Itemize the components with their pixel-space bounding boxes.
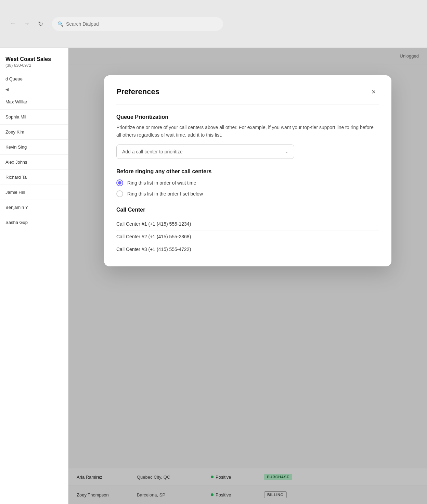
call-center-row: Call Center #2 (+1 (415) 555-2368) <box>116 230 379 243</box>
search-input[interactable] <box>66 21 218 27</box>
contact-list: Max Williar Sophia Mil Zoey Kim Kevin Si… <box>0 94 68 504</box>
browser-chrome: ← → ↻ 🔍 <box>0 0 427 48</box>
contact-item[interactable]: Sasha Gup <box>0 215 68 230</box>
queue-section-title: Queue Prioritization <box>116 114 379 120</box>
radio-inner-dot <box>118 181 121 185</box>
main-content: Unlogged Aria Ramirez Quebec City, QC Po… <box>68 48 427 504</box>
refresh-button[interactable]: ↻ <box>36 19 45 29</box>
radio-wait-time[interactable]: Ring this list in order of wait time <box>116 179 379 186</box>
call-center-section: Call Center Call Center #1 (+1 (415) 555… <box>116 207 379 255</box>
queue-nav-item[interactable]: ◀ <box>0 84 68 94</box>
app-subtitle: (38) 630-0972 <box>5 63 63 68</box>
queue-label: d Queue <box>0 72 68 84</box>
contact-item[interactable]: Zoey Kim <box>0 125 68 140</box>
radio-circle-unselected <box>116 190 123 197</box>
radio-circle-selected <box>116 179 123 186</box>
back-button[interactable]: ← <box>8 19 18 29</box>
contact-item[interactable]: Max Williar <box>0 94 68 110</box>
call-center-row: Call Center #1 (+1 (415) 555-1234) <box>116 218 379 230</box>
contact-item[interactable]: Kevin Sing <box>0 140 68 155</box>
contact-item[interactable]: Jamie Hill <box>0 185 68 200</box>
ring-order-section: Before ringing any other call centers Ri… <box>116 168 379 197</box>
close-button[interactable]: × <box>368 86 379 97</box>
contact-item[interactable]: Sophia Mil <box>0 110 68 125</box>
forward-button[interactable]: → <box>22 19 31 29</box>
left-panel: West Coast Sales (38) 630-0972 d Queue ◀… <box>0 48 68 504</box>
app-title: West Coast Sales <box>5 56 63 62</box>
radio-group: Ring this list in order of wait time Rin… <box>116 179 379 197</box>
panel-header: West Coast Sales (38) 630-0972 <box>0 48 68 72</box>
queue-section-desc: Prioritize one or more of your call cent… <box>116 124 379 139</box>
modal-title: Preferences <box>116 87 159 96</box>
dropdown-placeholder: Add a call center to prioritize <box>122 149 183 154</box>
app-area: West Coast Sales (38) 630-0972 d Queue ◀… <box>0 48 427 504</box>
contact-item[interactable]: Alex Johns <box>0 155 68 170</box>
ring-section-title: Before ringing any other call centers <box>116 168 379 175</box>
contact-item[interactable]: Richard Ta <box>0 170 68 185</box>
radio-label-custom-order: Ring this list in the order I set below <box>127 191 203 197</box>
call-center-title: Call Center <box>116 207 379 213</box>
call-center-row: Call Center #3 (+1 (415) 555-4722) <box>116 243 379 255</box>
modal-overlay: Preferences × Queue Prioritization Prior… <box>68 48 427 504</box>
queue-prioritization-section: Queue Prioritization Prioritize one or m… <box>116 114 379 159</box>
radio-label-wait-time: Ring this list in order of wait time <box>127 180 196 186</box>
chevron-down-icon: ⌄ <box>285 149 288 154</box>
radio-custom-order[interactable]: Ring this list in the order I set below <box>116 190 379 197</box>
preferences-modal: Preferences × Queue Prioritization Prior… <box>104 75 391 266</box>
call-center-dropdown[interactable]: Add a call center to prioritize ⌄ <box>116 144 294 159</box>
modal-header: Preferences × <box>116 86 379 104</box>
search-icon: 🔍 <box>57 21 63 27</box>
contact-item[interactable]: Benjamin Y <box>0 200 68 215</box>
address-bar[interactable]: 🔍 <box>52 17 223 31</box>
chevron-icon: ◀ <box>5 87 9 92</box>
